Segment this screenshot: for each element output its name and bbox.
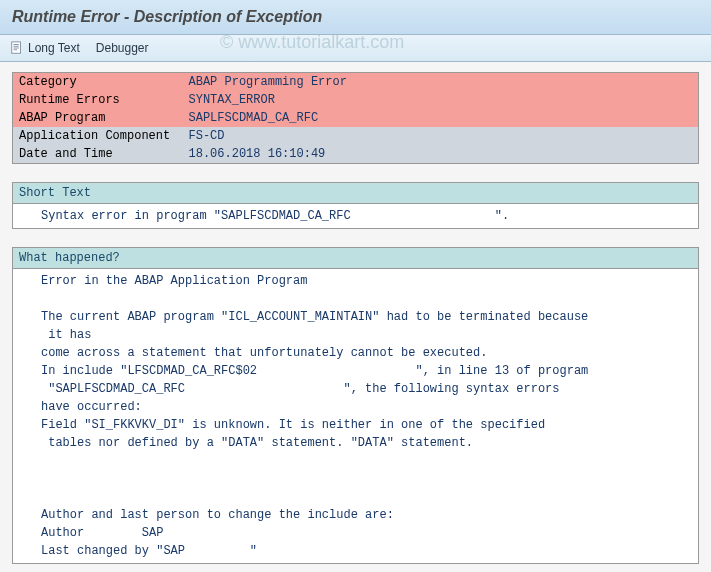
info-value: SYNTAX_ERROR (183, 91, 699, 109)
info-value: FS-CD (183, 127, 699, 145)
info-value: 18.06.2018 16:10:49 (183, 145, 699, 164)
info-label: Application Component (13, 127, 183, 145)
info-label: Runtime Errors (13, 91, 183, 109)
table-row: ABAP ProgramSAPLFSCDMAD_CA_RFC (13, 109, 699, 127)
info-value: SAPLFSCDMAD_CA_RFC (183, 109, 699, 127)
short-text-section: Short Text Syntax error in program "SAPL… (12, 182, 699, 229)
title-bar: Runtime Error - Description of Exception (0, 0, 711, 35)
long-text-button[interactable]: Long Text (10, 41, 80, 55)
info-label: Date and Time (13, 145, 183, 164)
what-happened-section: What happened? Error in the ABAP Applica… (12, 247, 699, 564)
info-label: ABAP Program (13, 109, 183, 127)
table-row: Application ComponentFS-CD (13, 127, 699, 145)
long-text-label: Long Text (28, 41, 80, 55)
document-icon (10, 41, 24, 55)
page-title: Runtime Error - Description of Exception (12, 8, 699, 26)
short-text-header: Short Text (13, 183, 698, 204)
debugger-button[interactable]: Debugger (96, 41, 149, 55)
debugger-label: Debugger (96, 41, 149, 55)
table-row: Runtime ErrorsSYNTAX_ERROR (13, 91, 699, 109)
table-row: CategoryABAP Programming Error (13, 73, 699, 92)
error-info-table: CategoryABAP Programming ErrorRuntime Er… (12, 72, 699, 164)
info-value: ABAP Programming Error (183, 73, 699, 92)
content-area: CategoryABAP Programming ErrorRuntime Er… (0, 62, 711, 572)
info-label: Category (13, 73, 183, 92)
short-text-body: Syntax error in program "SAPLFSCDMAD_CA_… (13, 204, 698, 228)
table-row: Date and Time18.06.2018 16:10:49 (13, 145, 699, 164)
toolbar: Long Text Debugger (0, 35, 711, 62)
what-happened-body: Error in the ABAP Application Program Th… (13, 269, 698, 563)
what-happened-header: What happened? (13, 248, 698, 269)
